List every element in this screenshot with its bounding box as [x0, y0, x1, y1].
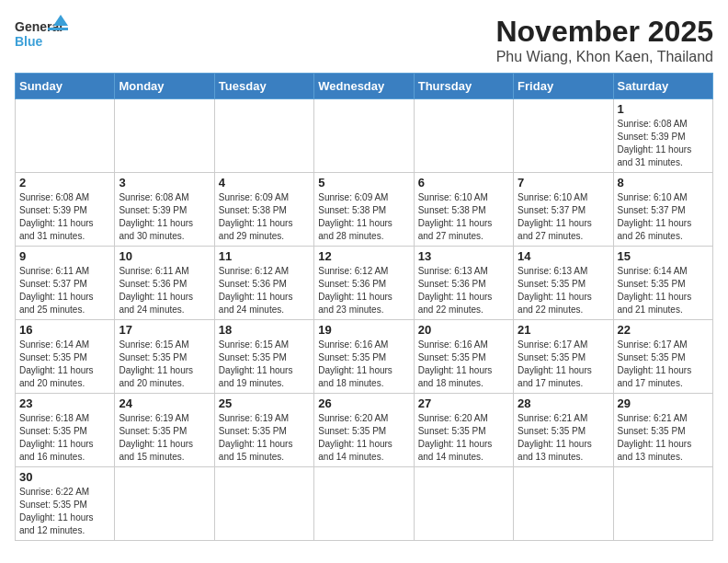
day-number: 18 — [219, 323, 310, 337]
calendar-cell: 4Sunrise: 6:09 AM Sunset: 5:38 PM Daylig… — [214, 173, 313, 247]
weekday-header-sunday: Sunday — [16, 74, 115, 99]
calendar-cell: 23Sunrise: 6:18 AM Sunset: 5:35 PM Dayli… — [16, 394, 115, 467]
day-info: Sunrise: 6:15 AM Sunset: 5:35 PM Dayligh… — [119, 339, 210, 390]
day-info: Sunrise: 6:19 AM Sunset: 5:35 PM Dayligh… — [219, 412, 310, 464]
calendar-week-row: 16Sunrise: 6:14 AM Sunset: 5:35 PM Dayli… — [16, 320, 713, 394]
calendar-cell: 15Sunrise: 6:14 AM Sunset: 5:35 PM Dayli… — [613, 247, 712, 320]
calendar-cell — [314, 467, 414, 541]
day-number: 27 — [418, 396, 509, 410]
calendar-cell: 14Sunrise: 6:13 AM Sunset: 5:35 PM Dayli… — [514, 247, 613, 320]
calendar-cell: 25Sunrise: 6:19 AM Sunset: 5:35 PM Dayli… — [214, 394, 313, 467]
day-number: 20 — [418, 323, 509, 337]
calendar-cell: 3Sunrise: 6:08 AM Sunset: 5:39 PM Daylig… — [115, 173, 214, 247]
day-info: Sunrise: 6:09 AM Sunset: 5:38 PM Dayligh… — [318, 191, 409, 243]
calendar-cell — [414, 99, 513, 173]
calendar-week-row: 9Sunrise: 6:11 AM Sunset: 5:37 PM Daylig… — [16, 247, 713, 320]
calendar-cell: 10Sunrise: 6:11 AM Sunset: 5:36 PM Dayli… — [115, 247, 214, 320]
day-info: Sunrise: 6:15 AM Sunset: 5:35 PM Dayligh… — [219, 339, 310, 390]
calendar-cell: 26Sunrise: 6:20 AM Sunset: 5:35 PM Dayli… — [314, 394, 414, 467]
weekday-header-wednesday: Wednesday — [314, 74, 414, 99]
calendar-cell: 22Sunrise: 6:17 AM Sunset: 5:35 PM Dayli… — [613, 320, 712, 394]
day-number: 26 — [318, 396, 409, 410]
day-number: 13 — [418, 249, 509, 263]
calendar-cell: 2Sunrise: 6:08 AM Sunset: 5:39 PM Daylig… — [16, 173, 115, 247]
calendar-cell: 28Sunrise: 6:21 AM Sunset: 5:35 PM Dayli… — [514, 394, 613, 467]
day-number: 17 — [119, 323, 210, 337]
day-info: Sunrise: 6:20 AM Sunset: 5:35 PM Dayligh… — [418, 412, 509, 464]
day-info: Sunrise: 6:13 AM Sunset: 5:36 PM Dayligh… — [418, 265, 509, 316]
calendar-cell: 13Sunrise: 6:13 AM Sunset: 5:36 PM Dayli… — [414, 247, 513, 320]
title-block: November 2025 Phu Wiang, Khon Kaen, Thai… — [495, 15, 713, 65]
day-number: 8 — [618, 176, 709, 190]
day-number: 10 — [119, 249, 210, 263]
day-info: Sunrise: 6:14 AM Sunset: 5:35 PM Dayligh… — [19, 339, 110, 390]
day-number: 23 — [19, 396, 110, 410]
logo: General Blue — [15, 15, 68, 53]
day-number: 15 — [618, 249, 709, 263]
weekday-header-row: SundayMondayTuesdayWednesdayThursdayFrid… — [16, 74, 713, 99]
day-number: 22 — [618, 323, 709, 337]
calendar-cell: 21Sunrise: 6:17 AM Sunset: 5:35 PM Dayli… — [514, 320, 613, 394]
day-number: 1 — [618, 102, 709, 116]
calendar-week-row: 30Sunrise: 6:22 AM Sunset: 5:35 PM Dayli… — [16, 467, 713, 541]
calendar-cell — [115, 99, 214, 173]
location-title: Phu Wiang, Khon Kaen, Thailand — [495, 49, 713, 65]
day-info: Sunrise: 6:16 AM Sunset: 5:35 PM Dayligh… — [318, 339, 409, 390]
svg-text:General: General — [15, 19, 63, 34]
calendar-cell: 12Sunrise: 6:12 AM Sunset: 5:36 PM Dayli… — [314, 247, 414, 320]
day-number: 9 — [19, 249, 110, 263]
weekday-header-friday: Friday — [514, 74, 613, 99]
day-info: Sunrise: 6:22 AM Sunset: 5:35 PM Dayligh… — [19, 486, 110, 537]
day-info: Sunrise: 6:11 AM Sunset: 5:37 PM Dayligh… — [19, 265, 110, 316]
calendar-cell: 17Sunrise: 6:15 AM Sunset: 5:35 PM Dayli… — [115, 320, 214, 394]
day-number: 2 — [19, 176, 110, 190]
calendar-cell: 1Sunrise: 6:08 AM Sunset: 5:39 PM Daylig… — [613, 99, 712, 173]
day-info: Sunrise: 6:11 AM Sunset: 5:36 PM Dayligh… — [119, 265, 210, 316]
day-info: Sunrise: 6:09 AM Sunset: 5:38 PM Dayligh… — [219, 191, 310, 243]
calendar-cell: 5Sunrise: 6:09 AM Sunset: 5:38 PM Daylig… — [314, 173, 414, 247]
calendar-cell — [613, 467, 712, 541]
calendar-cell: 9Sunrise: 6:11 AM Sunset: 5:37 PM Daylig… — [16, 247, 115, 320]
logo-svg: General Blue — [15, 15, 68, 53]
day-info: Sunrise: 6:08 AM Sunset: 5:39 PM Dayligh… — [618, 118, 709, 169]
svg-text:Blue: Blue — [15, 34, 43, 49]
weekday-header-thursday: Thursday — [414, 74, 513, 99]
day-info: Sunrise: 6:10 AM Sunset: 5:38 PM Dayligh… — [418, 191, 509, 243]
day-number: 25 — [219, 396, 310, 410]
month-title: November 2025 — [495, 15, 713, 49]
day-info: Sunrise: 6:19 AM Sunset: 5:35 PM Dayligh… — [119, 412, 210, 464]
day-number: 5 — [318, 176, 409, 190]
day-info: Sunrise: 6:21 AM Sunset: 5:35 PM Dayligh… — [518, 412, 609, 464]
day-info: Sunrise: 6:14 AM Sunset: 5:35 PM Dayligh… — [618, 265, 709, 316]
calendar-table: SundayMondayTuesdayWednesdayThursdayFrid… — [15, 73, 713, 541]
day-info: Sunrise: 6:12 AM Sunset: 5:36 PM Dayligh… — [318, 265, 409, 316]
day-info: Sunrise: 6:10 AM Sunset: 5:37 PM Dayligh… — [618, 191, 709, 243]
logo-icon: General Blue — [15, 15, 68, 53]
day-info: Sunrise: 6:20 AM Sunset: 5:35 PM Dayligh… — [318, 412, 409, 464]
day-number: 6 — [418, 176, 509, 190]
day-number: 29 — [618, 396, 709, 410]
calendar-cell — [414, 467, 513, 541]
calendar-cell: 27Sunrise: 6:20 AM Sunset: 5:35 PM Dayli… — [414, 394, 513, 467]
calendar-cell — [314, 99, 414, 173]
day-info: Sunrise: 6:18 AM Sunset: 5:35 PM Dayligh… — [19, 412, 110, 464]
weekday-header-saturday: Saturday — [613, 74, 712, 99]
day-info: Sunrise: 6:17 AM Sunset: 5:35 PM Dayligh… — [618, 339, 709, 390]
calendar-week-row: 2Sunrise: 6:08 AM Sunset: 5:39 PM Daylig… — [16, 173, 713, 247]
day-info: Sunrise: 6:13 AM Sunset: 5:35 PM Dayligh… — [518, 265, 609, 316]
calendar-cell: 30Sunrise: 6:22 AM Sunset: 5:35 PM Dayli… — [16, 467, 115, 541]
calendar-cell: 16Sunrise: 6:14 AM Sunset: 5:35 PM Dayli… — [16, 320, 115, 394]
day-number: 30 — [19, 470, 110, 484]
weekday-header-tuesday: Tuesday — [214, 74, 313, 99]
calendar-week-row: 23Sunrise: 6:18 AM Sunset: 5:35 PM Dayli… — [16, 394, 713, 467]
calendar-cell: 7Sunrise: 6:10 AM Sunset: 5:37 PM Daylig… — [514, 173, 613, 247]
calendar-cell — [214, 467, 313, 541]
day-info: Sunrise: 6:08 AM Sunset: 5:39 PM Dayligh… — [119, 191, 210, 243]
calendar-cell: 18Sunrise: 6:15 AM Sunset: 5:35 PM Dayli… — [214, 320, 313, 394]
day-number: 24 — [119, 396, 210, 410]
day-number: 19 — [318, 323, 409, 337]
day-number: 28 — [518, 396, 609, 410]
day-number: 16 — [19, 323, 110, 337]
day-info: Sunrise: 6:10 AM Sunset: 5:37 PM Dayligh… — [518, 191, 609, 243]
calendar-cell: 24Sunrise: 6:19 AM Sunset: 5:35 PM Dayli… — [115, 394, 214, 467]
